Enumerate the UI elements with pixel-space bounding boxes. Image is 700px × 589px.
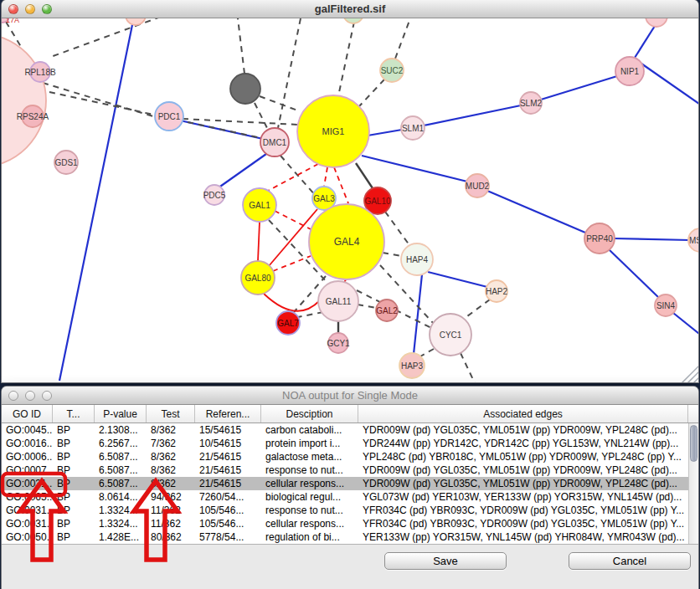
node-rpl-cluster-large[interactable] bbox=[2, 33, 46, 167]
node-GAL2[interactable]: GAL2 bbox=[376, 300, 398, 321]
node-corner-17a[interactable]: 17A bbox=[2, 18, 19, 24]
table-row[interactable]: GO:0007...BP6.5087...8/36221/54615respon… bbox=[2, 464, 688, 477]
node-unlabeled-gray[interactable] bbox=[230, 74, 260, 104]
node-label: HAP4 bbox=[406, 255, 429, 264]
column-header-p-value[interactable]: P-value bbox=[95, 405, 147, 423]
node-MSL1[interactable]: MSL1 bbox=[688, 228, 698, 252]
network-edge bbox=[49, 18, 161, 58]
node-SIN4[interactable]: SIN4 bbox=[655, 294, 677, 316]
noa-titlebar[interactable]: NOA output for Single Mode bbox=[2, 387, 698, 405]
cell: YFR034C (pd) YBR093C, YDR009W (pd) YGL03… bbox=[358, 504, 688, 517]
node-label: GAL1 bbox=[249, 201, 270, 210]
cell: GO:0050... bbox=[2, 530, 53, 544]
node-HAP4[interactable]: HAP4 bbox=[401, 243, 433, 275]
table-row[interactable]: GO:0045...BP2.1308...8/36215/54615carbon… bbox=[2, 423, 688, 437]
cell: 2.1308... bbox=[95, 423, 147, 437]
cell: GO:0065... bbox=[2, 490, 53, 504]
cell: 1.428E... bbox=[95, 530, 147, 544]
save-button[interactable]: Save bbox=[384, 552, 507, 570]
node-GCY1[interactable]: GCY1 bbox=[327, 333, 350, 353]
node-label: RPS24A bbox=[17, 112, 49, 121]
column-header-t-[interactable]: T... bbox=[53, 405, 95, 423]
node-label: MIG1 bbox=[322, 126, 345, 136]
zoom-button[interactable] bbox=[42, 4, 52, 14]
table-row[interactable]: GO:0031...BP1.3324...11/362105/546...cel… bbox=[2, 517, 688, 530]
network-edge bbox=[268, 164, 318, 191]
cell: 8.0614... bbox=[95, 490, 147, 504]
column-header-test[interactable]: Test bbox=[147, 405, 195, 423]
node-HAP2[interactable]: HAP2 bbox=[486, 280, 508, 302]
node-label: GDS1 bbox=[54, 158, 78, 167]
cell: 5778/54... bbox=[195, 530, 261, 544]
close-button[interactable] bbox=[8, 391, 18, 401]
node-DMC1[interactable]: DMC1 bbox=[260, 128, 289, 156]
node-SUC2[interactable]: SUC2 bbox=[380, 59, 404, 82]
network-edge bbox=[673, 313, 698, 334]
network-edge bbox=[255, 103, 268, 130]
node-top-pink-partial[interactable] bbox=[126, 18, 146, 25]
node-GAL11[interactable]: GAL11 bbox=[318, 281, 358, 321]
network-edge bbox=[338, 22, 354, 96]
minimize-button[interactable] bbox=[25, 4, 35, 14]
node-top-green-partial[interactable] bbox=[343, 18, 363, 23]
zoom-button[interactable] bbox=[42, 391, 52, 401]
node-GAL1[interactable]: GAL1 bbox=[243, 188, 276, 222]
cell: GO:0016... bbox=[2, 437, 53, 450]
node-GAL7[interactable]: GAL7 bbox=[276, 311, 300, 335]
column-header-go-id[interactable]: GO ID bbox=[2, 405, 53, 423]
table-row[interactable]: GO:0050...BP1.428E...80/3625778/54...reg… bbox=[2, 530, 688, 544]
node-PDC1[interactable]: PDC1 bbox=[155, 102, 183, 131]
node-label: DMC1 bbox=[263, 138, 287, 147]
column-header-referen-[interactable]: Referen... bbox=[195, 405, 261, 423]
node-label: GAL80 bbox=[244, 274, 271, 283]
node-HAP3[interactable]: HAP3 bbox=[399, 353, 425, 378]
cell: response to nut... bbox=[261, 464, 358, 477]
node-PRP40[interactable]: PRP40 bbox=[584, 223, 615, 254]
table-row[interactable]: GO:0031...BP1.3324...11/362105/546...res… bbox=[2, 504, 688, 517]
node-GAL80[interactable]: GAL80 bbox=[241, 261, 275, 294]
column-header-desciption[interactable]: Desciption bbox=[261, 405, 358, 423]
node-SLM2[interactable]: SLM2 bbox=[520, 92, 543, 114]
node-GAL4[interactable]: GAL4 bbox=[309, 204, 384, 279]
cell: regulation of bi... bbox=[261, 530, 358, 544]
cell: YFR034C (pd) YBR093C, YDR009W (pd) YGL03… bbox=[358, 517, 688, 530]
cell: BP bbox=[53, 437, 95, 450]
table-row[interactable]: GO:0016...BP6.2567...7/36210/54615protei… bbox=[2, 437, 688, 450]
node-MIG1[interactable]: MIG1 bbox=[297, 95, 369, 167]
cell: GO:0031... bbox=[2, 504, 53, 517]
cell: cellular respons... bbox=[261, 517, 358, 530]
cell: BP bbox=[53, 450, 95, 464]
node-topright-pink-partial[interactable] bbox=[646, 18, 667, 27]
minimize-button[interactable] bbox=[25, 391, 35, 401]
cancel-button[interactable]: Cancel bbox=[569, 552, 691, 570]
cell: 21/54615 bbox=[195, 464, 261, 477]
node-CYC1[interactable]: CYC1 bbox=[430, 314, 471, 356]
cell: 1.3324... bbox=[95, 517, 147, 530]
node-SLM1[interactable]: SLM1 bbox=[401, 116, 425, 140]
network-edge bbox=[428, 272, 487, 287]
network-canvas[interactable]: 17ARPL18BRPS24APDC1GDS1DMC1MIG1SUC2SLM1S… bbox=[2, 18, 698, 382]
table-row[interactable]: GO:0065...BP8.0614...94/3627260/54...bio… bbox=[2, 490, 688, 504]
table-row[interactable]: GO:0006...BP6.5087...8/36221/54615galact… bbox=[2, 450, 688, 464]
node-PDC5[interactable]: PDC5 bbox=[203, 185, 226, 205]
noa-traffic-lights bbox=[8, 387, 52, 405]
cell: GO:0007... bbox=[2, 464, 53, 477]
cell: 11/362 bbox=[147, 504, 195, 517]
scrollbar-thumb[interactable] bbox=[690, 425, 697, 462]
node-NIP1[interactable]: NIP1 bbox=[615, 57, 644, 85]
node-MUD2[interactable]: MUD2 bbox=[466, 174, 490, 197]
table-row-selected[interactable]: GO:0031...BP6.5087...8/36221/54615cellul… bbox=[2, 477, 688, 490]
cell: cellular respons... bbox=[261, 477, 358, 490]
network-edge bbox=[641, 64, 698, 104]
cell: response to nut... bbox=[261, 504, 358, 517]
network-titlebar[interactable]: galFiltered.sif bbox=[2, 0, 698, 18]
cell: GO:0031... bbox=[2, 477, 53, 490]
node-label: SLM2 bbox=[520, 99, 543, 108]
vertical-scrollbar[interactable] bbox=[688, 423, 698, 544]
node-GDS1[interactable]: GDS1 bbox=[54, 151, 78, 174]
node-label: GAL10 bbox=[364, 197, 391, 206]
cell: YPL248C (pd) YBR018C, YML051W (pp) YDR00… bbox=[358, 450, 688, 464]
close-button[interactable] bbox=[8, 4, 18, 14]
network-edge bbox=[273, 256, 311, 271]
column-header-associated-edges[interactable]: Associated edges bbox=[358, 405, 688, 423]
